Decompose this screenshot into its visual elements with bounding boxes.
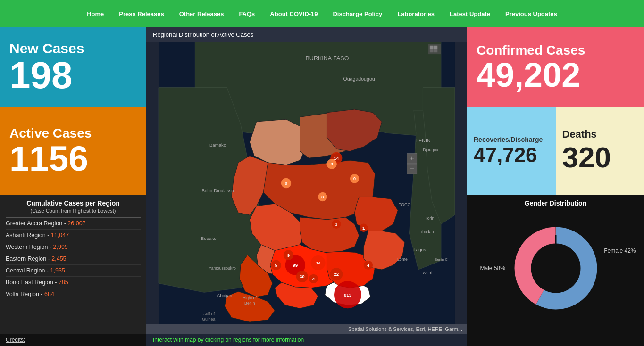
map-title: Regional Distribution of Active Cases [146,27,467,42]
gender-section: Gender Distribution Male 58% Female 42% [467,195,644,346]
ouaga-label: Ouagadougou [343,76,375,82]
minimap-icon2 [434,46,438,49]
benin-city-label: Benin C [435,257,448,262]
map-footer: Spatial Solutions & Services, Esri, HERE… [146,324,467,334]
nav-item-discharge-policy[interactable]: Discharge Policy [333,10,382,17]
map-interact-msg: Interact with map by clicking on regions… [146,334,467,346]
recoveries-box: Recoveries/Discharge 47,726 [467,107,556,195]
minimap-icon3 [430,49,434,52]
confirmed-cases-box: Confirmed Cases 49,202 [467,27,644,107]
nav-item-press-releases[interactable]: Press Releases [119,10,164,17]
zoom-in-icon: + [410,154,414,162]
minimap-icon [430,46,434,49]
yamoussoukro-label: Yamoussoukro [209,266,236,271]
bubble-label-813: 813 [344,292,352,297]
warri-label: Warri [423,271,432,275]
ibadan-label: Ibadan [421,230,434,234]
cumulative-title: Cumulative Cases per Region [6,199,141,207]
minimap-icon4 [434,49,438,52]
list-item[interactable]: Western Region - 2,999 [6,241,141,253]
list-item[interactable]: Bono East Region - 785 [6,277,141,288]
map-area[interactable]: BURKINA FASO Bamako Ouagadougou Bobo-Dio… [146,42,467,324]
zoom-out-icon: − [410,164,414,172]
bubble-label-0c: 0 [353,176,356,181]
recoveries-label: Recoveries/Discharge [474,136,549,143]
donut-chart: Male 58% Female 42% [504,216,608,320]
recoveries-value: 47,726 [474,143,549,167]
abidjan-label: Abidjan [217,293,232,298]
nav-item-home[interactable]: Home [87,10,104,17]
list-item[interactable]: Volta Region - 684 [6,288,141,300]
benin-label: BENIN [415,138,430,143]
bubble-label-22: 22 [334,272,339,277]
deaths-value: 320 [562,140,638,174]
list-item[interactable]: Eastern Region - 2,455 [6,253,141,265]
bubble-label-0b: 0 [330,161,333,166]
guinea2-label: Guinea [202,317,215,321]
bubble-label-0a: 0 [285,181,287,186]
guinea-label: Gulf of [202,312,215,316]
nav-item-laboratories[interactable]: Laboratories [397,10,435,17]
bouake-label: Bouake [201,236,217,241]
credits[interactable]: Credits: [0,334,146,346]
nav-item-about-covid19[interactable]: About COVID-19 [270,10,318,17]
active-cases-box: Active Cases 1156 [0,107,146,195]
female-label: Female 42% [604,247,636,254]
region-scroll[interactable]: Greater Accra Region - 26,007Ashanti Reg… [6,217,141,300]
nav-item-faqs[interactable]: FAQs [239,10,255,17]
new-cases-box: New Cases 198 [0,27,146,107]
bubble-label-99: 99 [293,263,298,268]
bubble-label-34: 34 [316,260,321,265]
bobo-label: Bobo-Dioulasso [202,188,234,193]
nav-item-latest-update[interactable]: Latest Update [450,10,490,17]
deaths-label: Deaths [562,128,638,140]
togo-label: TOGO [399,202,411,207]
gender-title: Gender Distribution [525,199,586,207]
left-panel: New Cases 198 Active Cases 1156 Cumulati… [0,27,146,346]
deaths-box: Deaths 320 [556,107,644,195]
cumulative-section: Cumulative Cases per Region (Case Count … [0,195,146,334]
main-layout: New Cases 198 Active Cases 1156 Cumulati… [0,27,644,346]
main-nav: HomePress ReleasesOther ReleasesFAQsAbou… [0,0,644,27]
list-item[interactable]: Greater Accra Region - 26,007 [6,218,141,230]
benin-water-label: Benin [244,301,255,305]
confirmed-value: 49,202 [477,58,635,92]
active-cases-value: 1156 [9,141,137,176]
gender-labels: Male 58% Female 42% [504,216,608,320]
bubble-label-4a: 4 [312,276,315,281]
ilorin-label: Ilorin [425,216,434,221]
bubble-label-3: 3 [335,222,338,227]
lagos-label: Lagos [413,247,426,252]
region-list: Greater Accra Region - 26,007Ashanti Reg… [6,217,141,300]
male-label: Male 58% [480,265,505,272]
cumulative-subtitle: (Case Count from Highest to Lowest) [6,208,141,214]
burkina-label: BURKINA FASO [305,55,349,62]
bubble-label-5: 5 [275,263,278,268]
nav-item-other-releases[interactable]: Other Releases [179,10,224,17]
bono-east-region[interactable] [300,217,360,252]
right-panel: Confirmed Cases 49,202 Recoveries/Discha… [467,27,644,346]
map-svg: BURKINA FASO Bamako Ouagadougou Bobo-Dio… [146,42,467,324]
bubble-label-4b: 4 [367,263,370,268]
new-cases-value: 198 [9,57,137,94]
bubble-label-1: 1 [362,225,365,231]
bubble-label-0d: 0 [321,194,324,199]
list-item[interactable]: Ashanti Region - 11,047 [6,230,141,241]
center-map: Regional Distribution of Active Cases [146,27,467,346]
list-item[interactable]: Central Region - 1,935 [6,265,141,277]
middle-stats: Recoveries/Discharge 47,726 Deaths 320 [467,107,644,195]
lome-label: Lome [397,257,408,262]
nav-item-previous-updates[interactable]: Previous Updates [505,10,557,17]
djougou-label: Djougou [423,148,439,152]
bubble-label-30: 30 [300,274,305,279]
bamako-label: Bamako [209,142,226,148]
bight-label: Bight of [243,296,257,300]
bubble-label-9: 9 [287,253,290,258]
